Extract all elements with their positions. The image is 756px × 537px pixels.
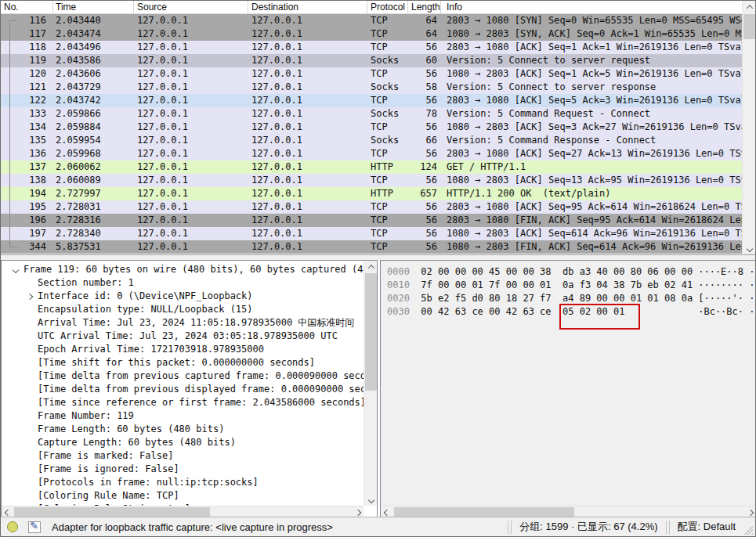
detail-line[interactable]: [Time shift for this packet: 0.000000000… bbox=[8, 356, 364, 369]
packet-list-rows: 1162.043440127.0.0.1127.0.0.1TCP642803 →… bbox=[1, 14, 742, 254]
packet-cell-info: Version: 5 Connect to server request bbox=[441, 54, 742, 67]
scroll-up-icon[interactable] bbox=[743, 1, 755, 13]
packet-row[interactable]: 1212.043729127.0.0.1127.0.0.1Socks58Vers… bbox=[1, 81, 742, 94]
packet-cell-proto: Socks bbox=[367, 54, 408, 67]
packet-cell-proto: TCP bbox=[367, 94, 408, 107]
packet-row[interactable]: 1352.059954127.0.0.1127.0.0.1Socks66Vers… bbox=[1, 134, 742, 147]
packet-cell-time: 2.043474 bbox=[53, 27, 134, 41]
packet-cell-len: 56 bbox=[408, 41, 441, 54]
detail-line[interactable]: Frame Length: 60 bytes (480 bits) bbox=[8, 423, 364, 436]
detail-hscrollbar[interactable] bbox=[2, 506, 364, 517]
packet-cell-dst: 127.0.0.1 bbox=[248, 134, 367, 147]
packet-cell-dst: 127.0.0.1 bbox=[248, 94, 367, 107]
packet-cell-time: 2.059884 bbox=[53, 121, 134, 134]
packet-cell-time: 2.728316 bbox=[53, 214, 134, 227]
packet-list-vscroll-thumb[interactable] bbox=[743, 14, 755, 39]
capture-status-icon[interactable] bbox=[7, 521, 18, 532]
detail-line[interactable]: UTC Arrival Time: Jul 23, 2024 03:05:18.… bbox=[8, 330, 364, 343]
packet-detail-tree: Frame 119: 60 bytes on wire (480 bits), … bbox=[2, 261, 364, 506]
detail-line[interactable]: [Time delta from previous captured frame… bbox=[8, 369, 364, 383]
packet-list-pane: No.TimeSourceDestinationProtocolLengthIn… bbox=[1, 1, 755, 255]
packet-cell-no: 119 bbox=[1, 54, 53, 67]
scroll-down-icon[interactable] bbox=[364, 494, 378, 506]
detail-line[interactable]: Frame Number: 119 bbox=[8, 409, 364, 423]
packet-cell-proto: TCP bbox=[367, 214, 408, 227]
detail-line-text: [Frame is ignored: False] bbox=[38, 463, 179, 476]
chevron-down-icon[interactable] bbox=[8, 263, 24, 276]
hex-row[interactable]: 0010 7f 00 00 01 7f 00 00 01 0a f3 04 38… bbox=[387, 279, 756, 292]
wireshark-window: No.TimeSourceDestinationProtocolLengthIn… bbox=[0, 0, 756, 537]
packet-cell-time: 2.059968 bbox=[53, 147, 134, 160]
detail-line[interactable]: Encapsulation type: NULL/Loopback (15) bbox=[8, 303, 364, 316]
capture-info-text: Adapter for loopback traffic capture: <l… bbox=[52, 521, 333, 533]
detail-line[interactable]: [Time delta from previous displayed fram… bbox=[8, 383, 364, 396]
detail-vscroll-thumb[interactable] bbox=[365, 273, 377, 391]
packet-cell-dst: 127.0.0.1 bbox=[248, 214, 367, 227]
packet-cell-info: 1080 → 2803 [ACK] Seq=3 Ack=27 Win=26191… bbox=[441, 121, 742, 134]
packet-row[interactable]: 1222.043742127.0.0.1127.0.0.1TCP562803 →… bbox=[1, 94, 742, 107]
detail-line-text: UTC Arrival Time: Jul 23, 2024 03:05:18.… bbox=[38, 330, 338, 343]
column-header-no[interactable]: No. bbox=[1, 1, 53, 13]
hex-row[interactable]: 0000 02 00 00 00 45 00 00 38 db a3 40 00… bbox=[387, 265, 756, 279]
ascii-right: ···· bbox=[749, 306, 756, 317]
packet-cell-len: 78 bbox=[408, 107, 441, 121]
packet-row[interactable]: 1342.059884127.0.0.1127.0.0.1TCP561080 →… bbox=[1, 121, 742, 134]
detail-line[interactable]: Section number: 1 bbox=[8, 276, 364, 290]
detail-line[interactable]: [Time since reference or first frame: 2.… bbox=[8, 396, 364, 409]
edit-capture-comment-icon[interactable] bbox=[28, 521, 41, 533]
packet-cell-proto: Socks bbox=[367, 134, 408, 147]
packet-cell-time: 2.727997 bbox=[53, 187, 134, 200]
bytes-hscrollbar[interactable] bbox=[381, 506, 756, 517]
packet-row[interactable]: 1382.060089127.0.0.1127.0.0.1TCP561080 →… bbox=[1, 174, 742, 187]
resize-grip[interactable] bbox=[742, 524, 753, 535]
detail-line[interactable]: [Frame is marked: False] bbox=[8, 449, 364, 463]
detail-line[interactable]: Capture Length: 60 bytes (480 bits) bbox=[8, 436, 364, 449]
packet-row[interactable]: 1182.043496127.0.0.1127.0.0.1TCP562803 →… bbox=[1, 41, 742, 54]
packet-cell-len: 56 bbox=[408, 200, 441, 214]
chevron-right-icon[interactable] bbox=[22, 290, 38, 303]
packet-row[interactable]: 1372.060062127.0.0.1127.0.0.1HTTP124GET … bbox=[1, 160, 742, 174]
packet-row[interactable]: 1172.043474127.0.0.1127.0.0.1TCP641080 →… bbox=[1, 27, 742, 41]
detail-line[interactable]: Epoch Arrival Time: 1721703918.978935000 bbox=[8, 343, 364, 356]
packet-row[interactable]: 1192.043586127.0.0.1127.0.0.1Socks60Vers… bbox=[1, 54, 742, 67]
column-header-src[interactable]: Source bbox=[134, 1, 248, 13]
scroll-down-icon[interactable] bbox=[743, 243, 755, 254]
packet-cell-time: 2.059954 bbox=[53, 134, 134, 147]
profile-selector[interactable]: 配置: Default bbox=[678, 520, 736, 534]
packet-cell-proto: TCP bbox=[367, 147, 408, 160]
column-header-dst[interactable]: Destination bbox=[248, 1, 367, 13]
packet-row[interactable]: 1962.728316127.0.0.1127.0.0.1TCP562803 →… bbox=[1, 214, 742, 227]
packet-cell-info: 1080 → 2803 [SYN, ACK] Seq=0 Ack=1 Win=6… bbox=[441, 27, 742, 41]
packet-cell-no: 121 bbox=[1, 81, 53, 94]
packet-cell-time: 2.043586 bbox=[53, 54, 134, 67]
detail-vscrollbar[interactable] bbox=[364, 261, 377, 506]
detail-line[interactable]: [Coloring Rule Name: TCP] bbox=[8, 489, 364, 503]
packet-cell-no: 138 bbox=[1, 174, 53, 187]
packet-list-vscrollbar[interactable] bbox=[742, 1, 755, 254]
column-header-info[interactable]: Info bbox=[441, 1, 755, 13]
packet-row[interactable]: 1162.043440127.0.0.1127.0.0.1TCP642803 →… bbox=[1, 14, 742, 27]
column-header-len[interactable]: Length bbox=[408, 1, 441, 13]
column-header-time[interactable]: Time bbox=[53, 1, 134, 13]
detail-line[interactable]: [Frame is ignored: False] bbox=[8, 463, 364, 476]
detail-line[interactable]: [Protocols in frame: null:ip:tcp:socks] bbox=[8, 476, 364, 489]
packet-row[interactable]: 1332.059866127.0.0.1127.0.0.1Socks78Vers… bbox=[1, 107, 742, 121]
detail-line[interactable]: Interface id: 0 (\Device\NPF_Loopback) bbox=[8, 290, 364, 303]
scroll-up-icon[interactable] bbox=[364, 261, 378, 272]
detail-line[interactable]: Arrival Time: Jul 23, 2024 11:05:18.9789… bbox=[8, 316, 364, 330]
packet-row[interactable]: 1952.728031127.0.0.1127.0.0.1TCP562803 →… bbox=[1, 200, 742, 214]
packet-cell-time: 2.043440 bbox=[53, 14, 134, 27]
packet-row[interactable]: 1942.727997127.0.0.1127.0.0.1HTTP657HTTP… bbox=[1, 187, 742, 200]
packet-row[interactable]: 1362.059968127.0.0.1127.0.0.1TCP562803 →… bbox=[1, 147, 742, 160]
packet-row[interactable]: 1972.728340127.0.0.1127.0.0.1TCP561080 →… bbox=[1, 227, 742, 240]
packet-cell-no: 116 bbox=[1, 14, 53, 27]
packet-cell-no: 194 bbox=[1, 187, 53, 200]
detail-line[interactable]: Frame 119: 60 bytes on wire (480 bits), … bbox=[8, 263, 364, 276]
packet-cell-info: 1080 → 2803 [FIN, ACK] Seq=614 Ack=96 Wi… bbox=[441, 240, 742, 254]
packet-row[interactable]: 1202.043606127.0.0.1127.0.0.1TCP561080 →… bbox=[1, 67, 742, 81]
packet-row[interactable]: 3445.837531127.0.0.1127.0.0.1TCP561080 →… bbox=[1, 240, 742, 254]
packet-cell-time: 2.043606 bbox=[53, 67, 134, 81]
column-header-proto[interactable]: Protocol bbox=[367, 1, 408, 13]
hex-offset: 0030 bbox=[387, 306, 410, 317]
packet-cell-len: 66 bbox=[408, 134, 441, 147]
